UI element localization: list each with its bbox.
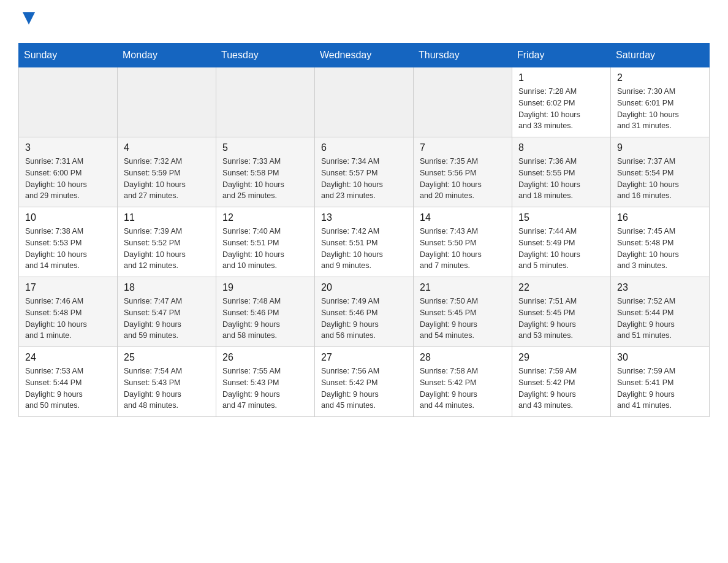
calendar-cell: 19Sunrise: 7:48 AM Sunset: 5:46 PM Dayli… [216, 277, 315, 347]
day-number: 12 [222, 212, 308, 223]
weekday-header-thursday: Thursday [414, 44, 512, 67]
day-number: 11 [124, 212, 210, 223]
day-info: Sunrise: 7:59 AM Sunset: 5:42 PM Dayligh… [518, 366, 604, 412]
calendar-cell: 21Sunrise: 7:50 AM Sunset: 5:45 PM Dayli… [414, 277, 512, 347]
calendar-cell: 7Sunrise: 7:35 AM Sunset: 5:56 PM Daylig… [414, 137, 512, 207]
day-number: 18 [124, 282, 210, 293]
day-number: 4 [124, 142, 210, 153]
weekday-header-sunday: Sunday [19, 44, 118, 67]
calendar-cell [414, 67, 512, 137]
calendar-cell: 29Sunrise: 7:59 AM Sunset: 5:42 PM Dayli… [512, 347, 611, 417]
day-number: 3 [25, 142, 111, 153]
weekday-header-wednesday: Wednesday [315, 44, 414, 67]
calendar-cell [315, 67, 414, 137]
calendar-cell: 26Sunrise: 7:55 AM Sunset: 5:43 PM Dayli… [216, 347, 315, 417]
day-info: Sunrise: 7:38 AM Sunset: 5:53 PM Dayligh… [25, 226, 111, 272]
calendar-cell: 16Sunrise: 7:45 AM Sunset: 5:48 PM Dayli… [611, 207, 710, 277]
calendar-cell: 23Sunrise: 7:52 AM Sunset: 5:44 PM Dayli… [611, 277, 710, 347]
day-info: Sunrise: 7:56 AM Sunset: 5:42 PM Dayligh… [321, 366, 407, 412]
week-row-1: 1Sunrise: 7:28 AM Sunset: 6:02 PM Daylig… [19, 67, 710, 137]
day-info: Sunrise: 7:42 AM Sunset: 5:51 PM Dayligh… [321, 226, 407, 272]
day-info: Sunrise: 7:48 AM Sunset: 5:46 PM Dayligh… [222, 296, 308, 342]
calendar-cell: 18Sunrise: 7:47 AM Sunset: 5:47 PM Dayli… [118, 277, 216, 347]
calendar-cell: 4Sunrise: 7:32 AM Sunset: 5:59 PM Daylig… [118, 137, 216, 207]
day-number: 6 [321, 142, 407, 153]
calendar-cell: 24Sunrise: 7:53 AM Sunset: 5:44 PM Dayli… [19, 347, 118, 417]
weekday-header-saturday: Saturday [611, 44, 710, 67]
day-number: 19 [222, 282, 308, 293]
logo-triangle-icon [20, 12, 38, 31]
calendar-cell: 14Sunrise: 7:43 AM Sunset: 5:50 PM Dayli… [414, 207, 512, 277]
day-number: 26 [222, 352, 308, 363]
logo [18, 12, 38, 31]
day-number: 22 [518, 282, 604, 293]
calendar-cell: 3Sunrise: 7:31 AM Sunset: 6:00 PM Daylig… [19, 137, 118, 207]
day-info: Sunrise: 7:59 AM Sunset: 5:41 PM Dayligh… [617, 366, 703, 412]
day-info: Sunrise: 7:40 AM Sunset: 5:51 PM Dayligh… [222, 226, 308, 272]
day-info: Sunrise: 7:31 AM Sunset: 6:00 PM Dayligh… [25, 156, 111, 202]
day-number: 2 [617, 72, 703, 83]
calendar-cell: 13Sunrise: 7:42 AM Sunset: 5:51 PM Dayli… [315, 207, 414, 277]
calendar-cell: 8Sunrise: 7:36 AM Sunset: 5:55 PM Daylig… [512, 137, 611, 207]
day-info: Sunrise: 7:58 AM Sunset: 5:42 PM Dayligh… [420, 366, 506, 412]
weekday-header-friday: Friday [512, 44, 611, 67]
day-number: 24 [25, 352, 111, 363]
day-number: 5 [222, 142, 308, 153]
day-info: Sunrise: 7:55 AM Sunset: 5:43 PM Dayligh… [222, 366, 308, 412]
day-info: Sunrise: 7:45 AM Sunset: 5:48 PM Dayligh… [617, 226, 703, 272]
day-number: 21 [420, 282, 506, 293]
weekday-header-row: SundayMondayTuesdayWednesdayThursdayFrid… [19, 44, 710, 67]
calendar-cell: 1Sunrise: 7:28 AM Sunset: 6:02 PM Daylig… [512, 67, 611, 137]
day-info: Sunrise: 7:30 AM Sunset: 6:01 PM Dayligh… [617, 86, 703, 132]
day-info: Sunrise: 7:37 AM Sunset: 5:54 PM Dayligh… [617, 156, 703, 202]
calendar-cell: 5Sunrise: 7:33 AM Sunset: 5:58 PM Daylig… [216, 137, 315, 207]
weekday-header-monday: Monday [118, 44, 216, 67]
calendar-cell: 6Sunrise: 7:34 AM Sunset: 5:57 PM Daylig… [315, 137, 414, 207]
day-info: Sunrise: 7:51 AM Sunset: 5:45 PM Dayligh… [518, 296, 604, 342]
calendar-cell: 28Sunrise: 7:58 AM Sunset: 5:42 PM Dayli… [414, 347, 512, 417]
day-info: Sunrise: 7:52 AM Sunset: 5:44 PM Dayligh… [617, 296, 703, 342]
day-info: Sunrise: 7:46 AM Sunset: 5:48 PM Dayligh… [25, 296, 111, 342]
day-number: 17 [25, 282, 111, 293]
day-info: Sunrise: 7:34 AM Sunset: 5:57 PM Dayligh… [321, 156, 407, 202]
svg-marker-0 [23, 12, 35, 25]
day-number: 16 [617, 212, 703, 223]
calendar-cell [19, 67, 118, 137]
calendar-cell [118, 67, 216, 137]
calendar-cell: 20Sunrise: 7:49 AM Sunset: 5:46 PM Dayli… [315, 277, 414, 347]
calendar-cell: 25Sunrise: 7:54 AM Sunset: 5:43 PM Dayli… [118, 347, 216, 417]
day-info: Sunrise: 7:33 AM Sunset: 5:58 PM Dayligh… [222, 156, 308, 202]
day-number: 14 [420, 212, 506, 223]
day-number: 27 [321, 352, 407, 363]
day-number: 29 [518, 352, 604, 363]
calendar-table: SundayMondayTuesdayWednesdayThursdayFrid… [18, 43, 710, 417]
calendar-cell: 27Sunrise: 7:56 AM Sunset: 5:42 PM Dayli… [315, 347, 414, 417]
day-info: Sunrise: 7:54 AM Sunset: 5:43 PM Dayligh… [124, 366, 210, 412]
calendar-cell: 15Sunrise: 7:44 AM Sunset: 5:49 PM Dayli… [512, 207, 611, 277]
week-row-3: 10Sunrise: 7:38 AM Sunset: 5:53 PM Dayli… [19, 207, 710, 277]
calendar-cell: 10Sunrise: 7:38 AM Sunset: 5:53 PM Dayli… [19, 207, 118, 277]
day-number: 8 [518, 142, 604, 153]
day-info: Sunrise: 7:35 AM Sunset: 5:56 PM Dayligh… [420, 156, 506, 202]
weekday-header-tuesday: Tuesday [216, 44, 315, 67]
day-info: Sunrise: 7:47 AM Sunset: 5:47 PM Dayligh… [124, 296, 210, 342]
day-info: Sunrise: 7:50 AM Sunset: 5:45 PM Dayligh… [420, 296, 506, 342]
calendar-cell: 2Sunrise: 7:30 AM Sunset: 6:01 PM Daylig… [611, 67, 710, 137]
page-header [18, 12, 710, 31]
calendar-cell: 12Sunrise: 7:40 AM Sunset: 5:51 PM Dayli… [216, 207, 315, 277]
day-number: 30 [617, 352, 703, 363]
calendar-cell: 30Sunrise: 7:59 AM Sunset: 5:41 PM Dayli… [611, 347, 710, 417]
calendar-cell: 17Sunrise: 7:46 AM Sunset: 5:48 PM Dayli… [19, 277, 118, 347]
day-number: 10 [25, 212, 111, 223]
day-info: Sunrise: 7:39 AM Sunset: 5:52 PM Dayligh… [124, 226, 210, 272]
day-info: Sunrise: 7:49 AM Sunset: 5:46 PM Dayligh… [321, 296, 407, 342]
day-number: 20 [321, 282, 407, 293]
calendar-cell [216, 67, 315, 137]
day-number: 7 [420, 142, 506, 153]
day-number: 13 [321, 212, 407, 223]
week-row-4: 17Sunrise: 7:46 AM Sunset: 5:48 PM Dayli… [19, 277, 710, 347]
week-row-2: 3Sunrise: 7:31 AM Sunset: 6:00 PM Daylig… [19, 137, 710, 207]
day-number: 28 [420, 352, 506, 363]
calendar-cell: 11Sunrise: 7:39 AM Sunset: 5:52 PM Dayli… [118, 207, 216, 277]
day-number: 23 [617, 282, 703, 293]
